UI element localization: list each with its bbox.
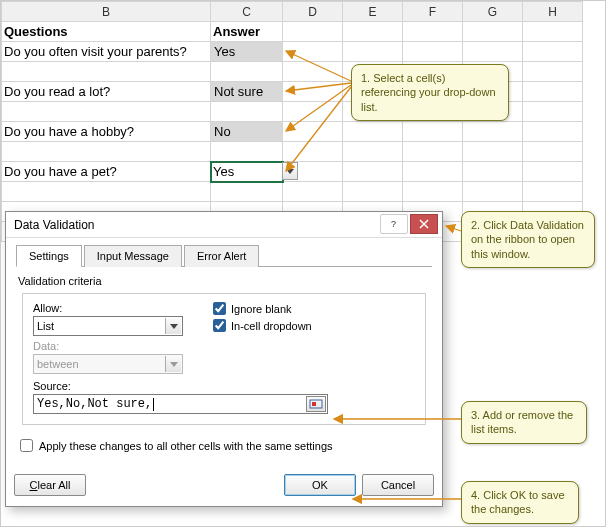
criteria-fieldset: Allow: List Ignore blank In-cell dropdow… xyxy=(22,293,426,425)
ignore-blank-checkbox[interactable]: Ignore blank xyxy=(213,302,312,315)
data-validation-dialog: Data Validation ? Settings Input Message… xyxy=(5,211,443,507)
allow-label: Allow: xyxy=(33,302,213,314)
col-header[interactable]: G xyxy=(463,2,523,22)
svg-rect-5 xyxy=(312,402,316,406)
callout-2: 2. Click Data Validation on the ribbon t… xyxy=(461,211,595,268)
close-icon xyxy=(419,219,429,229)
cell-dropdown-button[interactable] xyxy=(282,162,298,180)
col-header[interactable]: B xyxy=(2,2,211,22)
dialog-title: Data Validation xyxy=(14,218,380,232)
col-header[interactable]: E xyxy=(343,2,403,22)
question-cell[interactable]: Do you read a lot? xyxy=(2,82,211,102)
question-cell[interactable]: Do you often visit your parents? xyxy=(2,42,211,62)
incell-dropdown-checkbox[interactable]: In-cell dropdown xyxy=(213,319,312,332)
clear-all-button[interactable]: Clear All xyxy=(14,474,86,496)
text-cursor xyxy=(153,398,154,411)
column-header-row: B C D E F G H xyxy=(2,2,583,22)
svg-text:?: ? xyxy=(391,219,396,229)
dialog-titlebar[interactable]: Data Validation ? xyxy=(6,212,442,238)
answer-cell-selected[interactable]: Yes xyxy=(211,162,283,182)
data-label: Data: xyxy=(33,340,415,352)
chevron-down-icon xyxy=(165,318,181,334)
answer-cell[interactable]: No xyxy=(211,122,283,142)
header-questions[interactable]: Questions xyxy=(2,22,211,42)
allow-select[interactable]: List xyxy=(33,316,183,336)
callout-4: 4. Click OK to save the changes. xyxy=(461,481,579,524)
data-select: between xyxy=(33,354,183,374)
validation-criteria-label: Validation criteria xyxy=(18,275,432,287)
tab-input-message[interactable]: Input Message xyxy=(84,245,182,267)
chevron-down-icon xyxy=(165,356,181,372)
tab-error-alert[interactable]: Error Alert xyxy=(184,245,260,267)
col-header[interactable]: C xyxy=(211,2,283,22)
range-picker-button[interactable] xyxy=(306,396,326,412)
table-row: Do you often visit your parents? Yes xyxy=(2,42,583,62)
answer-cell[interactable]: Yes xyxy=(211,42,283,62)
svg-marker-3 xyxy=(170,362,178,367)
source-input[interactable]: Yes,No,Not sure, xyxy=(33,394,328,414)
worksheet-grid[interactable]: B C D E F G H Questions Answer Do you of… xyxy=(1,1,583,242)
close-button[interactable] xyxy=(410,214,438,234)
dialog-button-row: Clear All OK Cancel xyxy=(6,474,442,506)
dialog-tabs: Settings Input Message Error Alert xyxy=(16,244,432,267)
answer-cell[interactable]: Not sure xyxy=(211,82,283,102)
help-icon: ? xyxy=(389,219,399,229)
header-answer[interactable]: Answer xyxy=(211,22,283,42)
table-row xyxy=(2,182,583,202)
apply-changes-checkbox[interactable]: Apply these changes to all other cells w… xyxy=(20,439,432,452)
range-picker-icon xyxy=(309,399,323,409)
ok-button[interactable]: OK xyxy=(284,474,356,496)
col-header[interactable]: H xyxy=(523,2,583,22)
cancel-button[interactable]: Cancel xyxy=(362,474,434,496)
col-header[interactable]: D xyxy=(283,2,343,22)
callout-1: 1. Select a cell(s) referencing your dro… xyxy=(351,64,509,121)
svg-marker-2 xyxy=(170,324,178,329)
source-label: Source: xyxy=(33,380,415,392)
callout-3: 3. Add or remove the list items. xyxy=(461,401,587,444)
question-cell[interactable]: Do you have a hobby? xyxy=(2,122,211,142)
help-button[interactable]: ? xyxy=(380,214,408,234)
tab-settings[interactable]: Settings xyxy=(16,245,82,267)
col-header[interactable]: F xyxy=(403,2,463,22)
svg-marker-0 xyxy=(286,169,294,174)
table-row xyxy=(2,142,583,162)
question-cell[interactable]: Do you have a pet? xyxy=(2,162,211,182)
table-row: Questions Answer xyxy=(2,22,583,42)
chevron-down-icon xyxy=(286,167,294,175)
table-row: Do you have a hobby? No xyxy=(2,122,583,142)
